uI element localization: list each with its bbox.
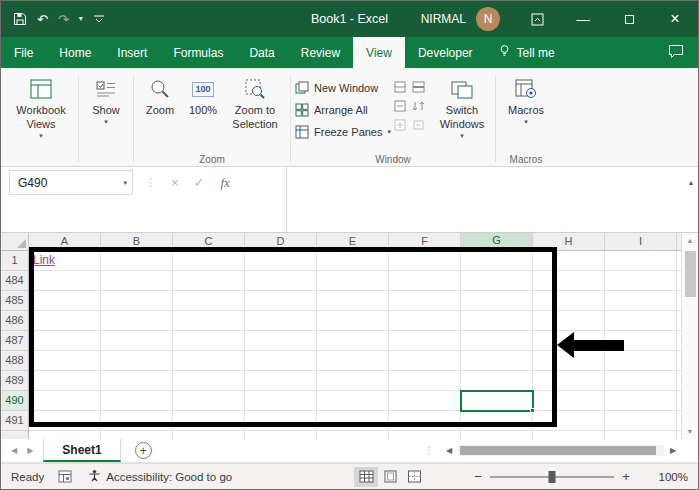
row-header-486[interactable]: 486 bbox=[1, 311, 28, 331]
lightbulb-icon bbox=[498, 44, 511, 61]
group-divider bbox=[290, 76, 291, 162]
scroll-up-icon[interactable]: ▲ bbox=[687, 233, 694, 248]
cell-a1-link[interactable]: Link bbox=[33, 253, 55, 267]
minimize-button[interactable]: — bbox=[560, 1, 606, 37]
horizontal-scroll-thumb[interactable] bbox=[460, 446, 656, 455]
row-header-485[interactable]: 485 bbox=[1, 291, 28, 311]
tab-file[interactable]: File bbox=[1, 37, 46, 68]
column-header-d[interactable]: D bbox=[245, 233, 317, 250]
sheet-nav-left-icon[interactable]: ◀ bbox=[11, 446, 17, 455]
scroll-left-icon[interactable]: ◀ bbox=[442, 446, 456, 455]
vertical-scroll-thumb[interactable] bbox=[685, 251, 696, 297]
select-all-corner[interactable] bbox=[1, 233, 29, 250]
zoom-100-button[interactable]: 100 100% bbox=[182, 73, 224, 121]
maximize-button[interactable] bbox=[606, 1, 652, 37]
tab-view[interactable]: View bbox=[353, 37, 405, 68]
name-box-dropdown-icon[interactable]: ▾ bbox=[123, 179, 127, 187]
avatar[interactable]: N bbox=[476, 7, 500, 31]
synchronous-scrolling-button[interactable] bbox=[411, 99, 425, 113]
collapse-formula-bar-icon[interactable]: ▴ bbox=[689, 178, 693, 187]
zoom-slider-track[interactable] bbox=[490, 476, 614, 478]
redo-icon[interactable]: ↷ bbox=[58, 13, 69, 26]
row-header-1[interactable]: 1 bbox=[1, 251, 28, 271]
reset-window-position-button[interactable] bbox=[411, 118, 425, 132]
cells-canvas[interactable]: Link bbox=[29, 251, 681, 439]
column-header-c[interactable]: C bbox=[173, 233, 245, 250]
normal-view-button[interactable] bbox=[354, 467, 378, 487]
tab-developer[interactable]: Developer bbox=[405, 37, 486, 68]
status-bar: Ready Accessibility: Good to go − + bbox=[1, 463, 698, 489]
accessibility-status[interactable]: Accessibility: Good to go bbox=[88, 469, 232, 484]
undo-icon[interactable]: ↶ bbox=[37, 13, 48, 26]
tab-formulas[interactable]: Formulas bbox=[160, 37, 236, 68]
tab-insert[interactable]: Insert bbox=[104, 37, 160, 68]
row-header-484[interactable]: 484 bbox=[1, 271, 28, 291]
active-cell-selection bbox=[460, 390, 534, 412]
zoom-to-selection-button[interactable]: Zoom to Selection bbox=[224, 73, 286, 135]
tab-data[interactable]: Data bbox=[236, 37, 287, 68]
column-header-g[interactable]: G bbox=[461, 233, 533, 250]
show-button[interactable]: Show ▾ bbox=[83, 73, 129, 130]
zoom-100-label: 100% bbox=[189, 104, 217, 118]
zoom-slider-thumb[interactable] bbox=[549, 471, 556, 483]
qat-dropdown-icon[interactable]: ▾ bbox=[79, 15, 83, 23]
enter-icon[interactable]: ✓ bbox=[194, 170, 205, 195]
macros-button[interactable]: Macros ▾ bbox=[500, 73, 552, 130]
name-box[interactable]: G490 ▾ bbox=[9, 170, 133, 195]
column-header-a[interactable]: A bbox=[29, 233, 101, 250]
user-name[interactable]: NIRMAL bbox=[421, 12, 466, 26]
arrange-all-button[interactable]: Arrange All bbox=[295, 99, 391, 120]
page-break-preview-button[interactable] bbox=[402, 467, 426, 487]
scroll-right-icon[interactable]: ▶ bbox=[666, 446, 680, 455]
column-header-e[interactable]: E bbox=[317, 233, 389, 250]
ribbon-tab-row: File Home Insert Formulas Data Review Vi… bbox=[1, 37, 698, 68]
freeze-panes-button[interactable]: Freeze Panes ▾ bbox=[295, 121, 391, 142]
sheet-nav-right-icon[interactable]: ▶ bbox=[27, 446, 33, 455]
ribbon-display-options-button[interactable] bbox=[514, 1, 560, 37]
save-icon[interactable] bbox=[13, 12, 27, 26]
zoom-percentage[interactable]: 100% bbox=[644, 471, 688, 483]
switch-windows-button[interactable]: Switch Windows ▾ bbox=[433, 73, 491, 143]
cancel-icon[interactable]: × bbox=[171, 170, 179, 195]
comments-button[interactable] bbox=[654, 37, 698, 68]
workbook-views-button[interactable]: Workbook Views ▾ bbox=[8, 73, 74, 143]
tab-review[interactable]: Review bbox=[288, 37, 353, 68]
scroll-down-icon[interactable]: ▼ bbox=[687, 424, 694, 439]
freeze-panes-icon bbox=[295, 125, 309, 139]
unhide-button[interactable] bbox=[393, 118, 407, 132]
view-side-by-side-button[interactable] bbox=[411, 80, 425, 94]
row-header-488[interactable]: 488 bbox=[1, 351, 28, 371]
tell-me-box[interactable]: Tell me bbox=[486, 37, 567, 68]
column-header-i[interactable]: I bbox=[605, 233, 677, 250]
zoom-out-button[interactable]: − bbox=[468, 469, 488, 484]
new-sheet-button[interactable]: + bbox=[135, 442, 152, 459]
row-header-490[interactable]: 490 bbox=[1, 391, 28, 411]
close-button[interactable]: × bbox=[652, 1, 698, 37]
row-header-489[interactable]: 489 bbox=[1, 371, 28, 391]
formula-input[interactable]: ▴ bbox=[286, 167, 698, 232]
customize-qat-icon[interactable] bbox=[93, 13, 105, 25]
sheet-tab-sheet1[interactable]: Sheet1 bbox=[43, 439, 120, 462]
grid-body: 1 484 485 486 487 488 489 490 491 Link bbox=[1, 251, 698, 439]
hide-button[interactable] bbox=[393, 99, 407, 113]
fill-handle[interactable] bbox=[530, 408, 535, 413]
horizontal-scroll-track[interactable] bbox=[458, 445, 664, 456]
insert-function-button[interactable]: fx bbox=[221, 170, 230, 195]
page-layout-view-button[interactable] bbox=[378, 467, 402, 487]
row-header-491[interactable]: 491 bbox=[1, 411, 28, 431]
tab-home[interactable]: Home bbox=[46, 37, 104, 68]
new-window-button[interactable]: New Window bbox=[295, 77, 391, 98]
horizontal-scrollbar[interactable]: ◀ ▶ bbox=[442, 439, 698, 462]
zoom-button[interactable]: Zoom bbox=[138, 73, 182, 121]
column-header-b[interactable]: B bbox=[101, 233, 173, 250]
column-header-h[interactable]: H bbox=[533, 233, 605, 250]
sheet-bar-splitter-icon[interactable]: ⋮ bbox=[416, 439, 442, 462]
column-header-f[interactable]: F bbox=[389, 233, 461, 250]
split-button[interactable] bbox=[393, 80, 407, 94]
row-header-487[interactable]: 487 bbox=[1, 331, 28, 351]
zoom-to-selection-label: Zoom to Selection bbox=[228, 104, 282, 132]
vertical-scrollbar[interactable]: ▲ ▼ bbox=[681, 233, 698, 439]
zoom-in-button[interactable]: + bbox=[616, 469, 636, 484]
macro-record-button[interactable] bbox=[58, 470, 72, 483]
zoom-group-label: Zoom bbox=[135, 154, 289, 165]
